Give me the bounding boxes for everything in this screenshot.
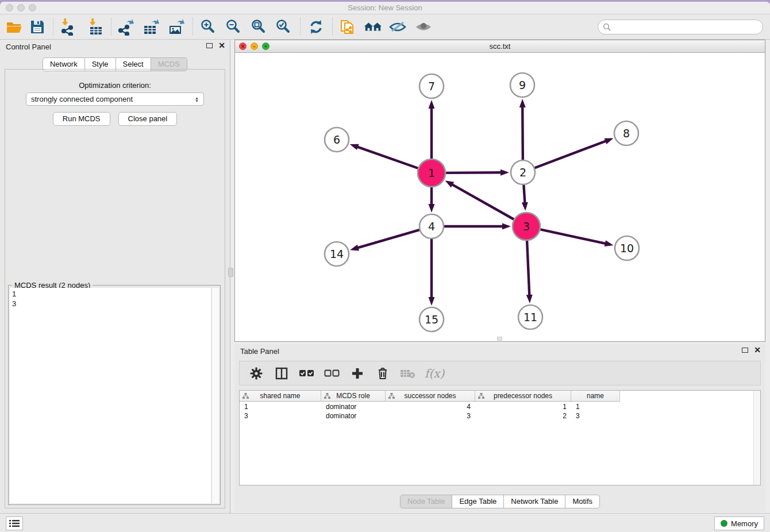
export-network-icon[interactable] — [116, 18, 135, 36]
clone-network-icon[interactable] — [338, 18, 357, 36]
arrowhead-1-7 — [429, 100, 435, 109]
edge-3-1[interactable] — [451, 184, 514, 219]
show-all-networks-icon[interactable] — [363, 18, 383, 36]
save-session-icon[interactable] — [28, 18, 47, 36]
memory-label: Memory — [731, 519, 758, 528]
float-table-panel-icon[interactable] — [742, 348, 748, 353]
close-table-panel-icon[interactable]: ✕ — [754, 347, 761, 353]
add-column-icon[interactable] — [349, 365, 366, 382]
control-panel: Control Panel ✕ NetworkStyleSelectMCDS O… — [0, 40, 230, 513]
column-header-shared-name[interactable]: shared name — [240, 391, 321, 402]
zoom-selected-icon[interactable] — [274, 18, 293, 36]
edge-2-9[interactable] — [522, 106, 523, 160]
table-row[interactable]: 1dominator411 — [240, 402, 620, 411]
zoom-in-icon[interactable] — [198, 18, 218, 36]
column-type-icon — [242, 393, 249, 399]
float-panel-icon[interactable] — [206, 43, 213, 48]
panel-splitter-handle[interactable] — [228, 268, 233, 277]
optimization-criterion-label: Optimization criterion: — [0, 81, 230, 90]
close-panel-button[interactable]: Close panel — [118, 112, 178, 126]
import-table-icon[interactable] — [86, 18, 105, 36]
table-toolbar: f(x) — [239, 361, 761, 385]
search-input[interactable] — [611, 23, 763, 32]
table-cell[interactable]: dominator — [321, 411, 386, 421]
column-header-successor-nodes[interactable]: successor nodes — [386, 391, 475, 402]
refresh-view-icon[interactable] — [306, 18, 326, 36]
edge-1-6[interactable] — [356, 147, 418, 168]
table-cell[interactable]: 2 — [475, 411, 571, 421]
application-window: Session: New Session — [0, 2, 770, 532]
open-session-icon[interactable] — [5, 18, 24, 36]
tab-node-table[interactable]: Node Table — [400, 495, 453, 508]
table-cell[interactable]: 3 — [240, 411, 321, 421]
arrowhead-3-10 — [605, 240, 614, 246]
table-settings-gear-icon[interactable] — [248, 365, 265, 382]
edge-3-10[interactable] — [540, 229, 606, 244]
search-field[interactable] — [598, 20, 763, 34]
network-graph: 7968124314101511 — [235, 53, 765, 341]
close-panel-icon[interactable]: ✕ — [218, 43, 225, 48]
table-tabs: Node TableEdge TableNetwork TableMotifs — [234, 495, 765, 508]
table-cell[interactable]: 3 — [571, 411, 620, 421]
zoom-out-icon[interactable] — [224, 18, 243, 36]
column-layout-icon[interactable] — [273, 365, 290, 382]
arrowhead-3-11 — [526, 295, 533, 303]
edge-1-2[interactable] — [446, 172, 502, 173]
edge-3-11[interactable] — [527, 241, 529, 296]
memory-status-icon — [721, 520, 727, 527]
node-table-header: shared nameMCDS rolesuccessor nodesprede… — [240, 391, 620, 402]
column-type-icon — [324, 393, 330, 399]
select-all-columns-icon[interactable] — [298, 365, 315, 382]
table-cell[interactable]: 4 — [386, 402, 475, 411]
node-label-3: 3 — [523, 220, 530, 233]
mcds-result-scrollbar[interactable] — [211, 288, 219, 503]
node-label-8: 8 — [623, 127, 630, 140]
column-type-icon — [478, 393, 484, 399]
table-panel: Table Panel ✕ — [234, 344, 765, 512]
table-cell[interactable]: dominator — [321, 402, 386, 411]
tab-motifs[interactable]: Motifs — [565, 495, 600, 508]
delete-table-icon-disabled — [399, 365, 417, 382]
arrowhead-2-3 — [522, 202, 528, 211]
node-label-7: 7 — [428, 80, 435, 92]
node-table-scrollbar[interactable] — [753, 391, 760, 485]
control-panel-title: Control Panel — [6, 43, 51, 51]
column-header-predecessor-nodes[interactable]: predecessor nodes — [475, 391, 571, 402]
table-cell[interactable]: 3 — [386, 411, 475, 421]
function-builder-icon-disabled: f(x) — [425, 367, 444, 380]
delete-column-trash-icon[interactable] — [374, 365, 391, 382]
edge-4-14[interactable] — [357, 230, 419, 248]
run-mcds-button[interactable]: Run MCDS — [53, 112, 110, 126]
selected-option: strongly connected component — [31, 95, 195, 103]
node-label-15: 15 — [425, 313, 438, 326]
show-selected-icon[interactable] — [414, 18, 433, 36]
tab-network-table[interactable]: Network Table — [504, 495, 565, 508]
zoom-fit-icon[interactable] — [249, 18, 268, 36]
arrowhead-4-3 — [502, 223, 511, 230]
network-view-titlebar[interactable]: ✕ − + scc.txt — [235, 40, 765, 53]
export-image-icon[interactable] — [166, 18, 186, 36]
hide-selected-icon[interactable] — [388, 18, 407, 36]
task-history-button[interactable] — [6, 516, 23, 530]
column-header-MCDS-role[interactable]: MCDS role — [321, 391, 386, 402]
toolbar-separator — [300, 18, 301, 36]
export-table-icon[interactable] — [141, 18, 160, 36]
main-titlebar: Session: New Session — [0, 2, 770, 14]
tab-edge-table[interactable]: Edge Table — [452, 495, 504, 508]
table-cell[interactable]: 1 — [240, 402, 321, 411]
optimization-criterion-select[interactable]: strongly connected component ▲▼ — [26, 92, 204, 106]
arrowhead-3-1 — [445, 180, 455, 187]
table-cell[interactable]: 1 — [475, 402, 571, 411]
table-cell[interactable]: 1 — [571, 402, 620, 411]
network-canvas[interactable]: 7968124314101511 — [235, 53, 765, 341]
import-network-icon[interactable] — [58, 18, 78, 36]
arrowhead-1-4 — [429, 204, 435, 213]
edge-2-8[interactable] — [535, 141, 607, 168]
deselect-all-columns-icon[interactable] — [324, 365, 341, 382]
mcds-result-text[interactable]: 1 3 — [10, 288, 211, 503]
table-row[interactable]: 3dominator323 — [240, 411, 620, 421]
edge-2-3[interactable] — [523, 185, 525, 204]
canvas-resize-handle[interactable] — [497, 337, 502, 341]
column-header-name[interactable]: name — [571, 391, 620, 402]
memory-button[interactable]: Memory — [714, 516, 764, 530]
